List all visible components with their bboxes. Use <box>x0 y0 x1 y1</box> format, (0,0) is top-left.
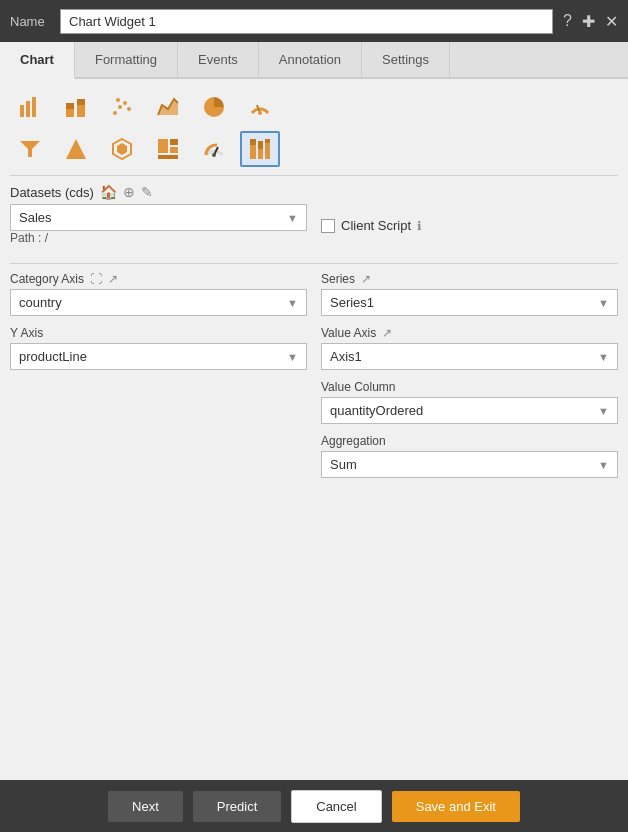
category-axis-arrow: ▼ <box>287 297 298 309</box>
datasets-group: Datasets (cds) 🏠 ⊕ ✎ Sales ▼ Path : / Cl… <box>10 184 618 253</box>
series-label-text: Series <box>321 272 355 286</box>
category-axis-value: country <box>19 295 62 310</box>
svg-point-10 <box>127 107 131 111</box>
aggregation-arrow: ▼ <box>598 459 609 471</box>
series-value: Series1 <box>330 295 374 310</box>
move-icon[interactable]: ✚ <box>582 12 595 31</box>
value-column-group: Value Column quantityOrdered ▼ <box>321 380 618 424</box>
aggregation-group: Aggregation Sum ▼ <box>321 434 618 478</box>
chart-type-filter[interactable] <box>10 131 50 167</box>
chart-type-stacked-bar[interactable] <box>56 89 96 125</box>
help-icon[interactable]: ? <box>563 12 572 31</box>
chart-type-pyramid[interactable] <box>56 131 96 167</box>
chart-type-bar[interactable] <box>10 89 50 125</box>
chart-type-pie[interactable] <box>194 89 234 125</box>
save-exit-button[interactable]: Save and Exit <box>392 791 520 822</box>
chart-type-scatter[interactable] <box>102 89 142 125</box>
value-axis-label-text: Value Axis <box>321 326 376 340</box>
svg-rect-3 <box>66 109 74 117</box>
value-column-label-text: Value Column <box>321 380 395 394</box>
title-icons: ? ✚ ✕ <box>563 12 618 31</box>
datasets-label: Datasets (cds) 🏠 ⊕ ✎ <box>10 184 618 200</box>
category-axis-select[interactable]: country ▼ <box>10 289 307 316</box>
value-axis-select[interactable]: Axis1 ▼ <box>321 343 618 370</box>
svg-rect-6 <box>77 99 85 105</box>
cancel-button[interactable]: Cancel <box>291 790 381 823</box>
datasets-col-left: Sales ▼ Path : / <box>10 204 307 253</box>
right-axis-col: Series ↗ Series1 ▼ Value Axis ↗ Axis1 <box>321 272 618 488</box>
value-column-arrow: ▼ <box>598 405 609 417</box>
svg-rect-5 <box>77 105 85 117</box>
aggregation-label-text: Aggregation <box>321 434 386 448</box>
datasets-path: Path : / <box>10 231 307 245</box>
divider-2 <box>10 263 618 264</box>
datasets-home-icon[interactable]: 🏠 <box>100 184 117 200</box>
svg-point-8 <box>118 105 122 109</box>
value-column-value: quantityOrdered <box>330 403 423 418</box>
tab-events[interactable]: Events <box>178 42 259 77</box>
close-icon[interactable]: ✕ <box>605 12 618 31</box>
svg-point-13 <box>258 111 262 115</box>
tab-chart[interactable]: Chart <box>0 42 75 79</box>
chart-type-gauge[interactable] <box>240 89 280 125</box>
title-bar: Name ? ✚ ✕ <box>0 0 628 42</box>
client-script-checkbox[interactable] <box>321 219 335 233</box>
datasets-col-right: Client Script ℹ <box>321 204 618 253</box>
category-axis-arrow-icon[interactable]: ↗ <box>108 272 118 286</box>
svg-rect-24 <box>250 145 256 159</box>
svg-rect-19 <box>170 139 178 145</box>
svg-point-7 <box>113 111 117 115</box>
series-group: Series ↗ Series1 ▼ <box>321 272 618 316</box>
main-content: Datasets (cds) 🏠 ⊕ ✎ Sales ▼ Path : / Cl… <box>0 79 628 780</box>
divider-1 <box>10 175 618 176</box>
chart-type-area[interactable] <box>148 89 188 125</box>
datasets-add-icon[interactable]: ⊕ <box>123 184 135 200</box>
y-axis-value: productLine <box>19 349 87 364</box>
series-arrow-icon[interactable]: ↗ <box>361 272 371 286</box>
tab-formatting[interactable]: Formatting <box>75 42 178 77</box>
category-axis-label: Category Axis ⛶ ↗ <box>10 272 307 286</box>
datasets-row: Sales ▼ Path : / Client Script ℹ <box>10 204 618 253</box>
tab-settings[interactable]: Settings <box>362 42 450 77</box>
value-column-select[interactable]: quantityOrdered ▼ <box>321 397 618 424</box>
y-axis-select[interactable]: productLine ▼ <box>10 343 307 370</box>
axis-config: Category Axis ⛶ ↗ country ▼ Y Axis produ… <box>10 272 618 488</box>
client-script-label: Client Script <box>341 218 411 233</box>
tab-annotation[interactable]: Annotation <box>259 42 362 77</box>
next-button[interactable]: Next <box>108 791 183 822</box>
aggregation-label: Aggregation <box>321 434 618 448</box>
category-axis-group: Category Axis ⛶ ↗ country ▼ <box>10 272 307 316</box>
footer: Next Predict Cancel Save and Exit <box>0 780 628 832</box>
svg-marker-15 <box>66 139 86 159</box>
chart-type-treemap[interactable] <box>148 131 188 167</box>
svg-rect-27 <box>258 141 263 149</box>
name-input[interactable] <box>60 9 553 34</box>
datasets-edit-icon[interactable]: ✎ <box>141 184 153 200</box>
aggregation-select[interactable]: Sum ▼ <box>321 451 618 478</box>
svg-rect-1 <box>26 101 30 117</box>
series-label: Series ↗ <box>321 272 618 286</box>
category-axis-label-text: Category Axis <box>10 272 84 286</box>
datasets-select[interactable]: Sales ▼ <box>10 204 307 231</box>
svg-point-23 <box>212 153 216 157</box>
svg-rect-4 <box>66 103 74 109</box>
value-axis-arrow: ▼ <box>598 351 609 363</box>
value-axis-arrow-icon[interactable]: ↗ <box>382 326 392 340</box>
predict-button[interactable]: Predict <box>193 791 281 822</box>
svg-rect-29 <box>265 139 270 143</box>
chart-type-marimekko[interactable] <box>240 131 280 167</box>
datasets-arrow: ▼ <box>287 212 298 224</box>
chart-type-hexagon[interactable] <box>102 131 142 167</box>
svg-point-11 <box>116 98 120 102</box>
tab-bar: Chart Formatting Events Annotation Setti… <box>0 42 628 79</box>
chart-type-dial[interactable] <box>194 131 234 167</box>
category-axis-network-icon[interactable]: ⛶ <box>90 272 102 286</box>
name-label: Name <box>10 14 50 29</box>
series-select[interactable]: Series1 ▼ <box>321 289 618 316</box>
client-script-info-icon[interactable]: ℹ <box>417 219 422 233</box>
value-axis-label: Value Axis ↗ <box>321 326 618 340</box>
y-axis-label: Y Axis <box>10 326 307 340</box>
aggregation-value: Sum <box>330 457 357 472</box>
y-axis-group: Y Axis productLine ▼ <box>10 326 307 370</box>
datasets-label-text: Datasets (cds) <box>10 185 94 200</box>
